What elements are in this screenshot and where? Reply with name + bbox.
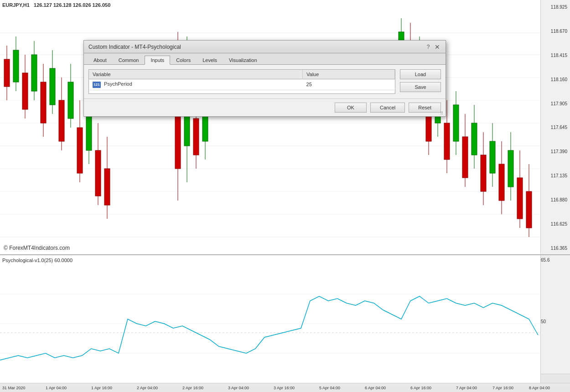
svg-rect-17: [31, 55, 37, 91]
tab-colors[interactable]: Colors: [170, 56, 197, 65]
svg-rect-31: [95, 150, 101, 196]
save-button[interactable]: Save: [400, 82, 441, 92]
price-label-1: 118.925: [542, 5, 569, 10]
col-variable: Variable: [89, 70, 303, 79]
reset-button[interactable]: Reset: [409, 103, 441, 113]
table-row[interactable]: 121 PsychPeriod 25: [89, 79, 395, 90]
price-label-8: 117.135: [542, 173, 569, 178]
svg-rect-57: [462, 137, 468, 178]
date-4: 2 Apr 04:00: [137, 386, 158, 390]
col-value: Value: [303, 70, 395, 79]
svg-rect-71: [526, 191, 532, 228]
date-5: 2 Apr 16:00: [182, 386, 203, 390]
variable-name: PsychPeriod: [104, 81, 132, 87]
svg-rect-63: [490, 141, 495, 173]
date-13: 8 Apr 04:00: [529, 386, 550, 390]
date-11: 7 Apr 04:00: [456, 386, 477, 390]
dialog-controls: ? ✕: [425, 43, 441, 51]
price-label-6: 117.645: [542, 125, 569, 130]
svg-rect-21: [50, 68, 55, 105]
price-label-5: 117.905: [542, 101, 569, 106]
indicator-label: Psychological-v1.0(25) 60.0000: [2, 258, 73, 263]
dialog-footer: OK Cancel Reset: [84, 98, 446, 116]
load-button[interactable]: Load: [400, 69, 441, 79]
tab-common[interactable]: Common: [113, 56, 145, 65]
top-chart: EURJPY,H1 126.127 126.128 126.026 126.05…: [0, 0, 540, 255]
bottom-price-1: 65.6: [541, 258, 551, 263]
price-label-2: 118.670: [542, 29, 569, 34]
variable-icon: 121: [93, 82, 101, 88]
price-label-3: 118.415: [542, 53, 569, 58]
bottom-chart: Psychological-v1.0(25) 60.0000: [0, 255, 540, 392]
date-9: 6 Apr 04:00: [365, 386, 386, 390]
svg-rect-11: [4, 59, 10, 87]
svg-rect-39: [193, 119, 199, 155]
date-8: 5 Apr 04:00: [319, 386, 340, 390]
help-button[interactable]: ?: [425, 43, 432, 51]
price-label-10: 116.625: [542, 222, 569, 227]
symbol-label: EURJPY,H1: [2, 2, 30, 8]
ok-button[interactable]: OK: [335, 103, 367, 113]
close-button[interactable]: ✕: [434, 43, 441, 51]
date-6: 3 Apr 04:00: [228, 386, 249, 390]
resize-handle[interactable]: ⠿: [440, 111, 445, 115]
price-label-7: 117.390: [542, 149, 569, 154]
cancel-button[interactable]: Cancel: [370, 103, 405, 113]
svg-rect-65: [499, 164, 504, 201]
price-axis-top: 118.925 118.670 118.415 118.160 117.905 …: [540, 0, 570, 255]
svg-rect-69: [517, 178, 523, 219]
date-axis: 31 Mar 2020 1 Apr 04:00 1 Apr 16:00 2 Ap…: [0, 383, 570, 392]
date-10: 6 Apr 16:00: [410, 386, 431, 390]
dialog-content: Variable Value 121 PsychPeriod 25: [84, 65, 446, 98]
svg-rect-27: [77, 128, 83, 173]
dialog: Custom Indicator - MT4-Psychological ? ✕…: [83, 40, 446, 117]
inputs-table: Variable Value 121 PsychPeriod 25: [89, 70, 395, 90]
dialog-title: Custom Indicator - MT4-Psychological: [88, 44, 181, 50]
watermark: © ForexMT4Indicators.com: [4, 245, 70, 251]
svg-rect-25: [68, 82, 73, 119]
corner-box: [540, 374, 570, 383]
svg-rect-53: [444, 123, 450, 160]
date-7: 3 Apr 16:00: [274, 386, 295, 390]
dialog-tabs: About Common Inputs Colors Levels Visual…: [84, 53, 446, 65]
svg-rect-13: [13, 50, 19, 82]
chart-header: EURJPY,H1 126.127 126.128 126.026 126.05…: [2, 2, 110, 8]
tab-inputs[interactable]: Inputs: [145, 56, 170, 65]
price-label-11: 116.365: [542, 246, 569, 251]
dialog-titlebar: Custom Indicator - MT4-Psychological ? ✕: [84, 41, 446, 53]
variable-cell: 121 PsychPeriod: [89, 79, 303, 90]
svg-rect-15: [22, 73, 28, 109]
inputs-table-container: Variable Value 121 PsychPeriod 25: [88, 69, 395, 94]
svg-rect-67: [508, 150, 513, 187]
svg-rect-59: [472, 123, 477, 155]
svg-rect-33: [104, 169, 110, 205]
date-3: 1 Apr 16:00: [91, 386, 112, 390]
side-buttons: Load Save: [400, 69, 441, 94]
date-2: 1 Apr 04:00: [46, 386, 67, 390]
tab-levels[interactable]: Levels: [197, 56, 223, 65]
svg-rect-19: [41, 82, 46, 123]
value-cell[interactable]: 25: [303, 79, 395, 90]
svg-rect-61: [481, 155, 486, 191]
date-1: 31 Mar 2020: [2, 386, 26, 390]
price-axis-bottom: 65.6 50: [540, 255, 570, 383]
date-12: 7 Apr 16:00: [492, 386, 513, 390]
tab-visualization[interactable]: Visualization: [223, 56, 263, 65]
bottom-price-2: 50: [541, 319, 548, 324]
indicator-chart: [0, 264, 540, 383]
ohlc-label: 126.127 126.128 126.026 126.050: [34, 2, 110, 8]
tab-about[interactable]: About: [88, 56, 113, 65]
price-label-9: 116.880: [542, 197, 569, 202]
svg-rect-23: [59, 100, 64, 141]
price-label-4: 118.160: [542, 77, 569, 82]
svg-rect-55: [453, 105, 459, 141]
